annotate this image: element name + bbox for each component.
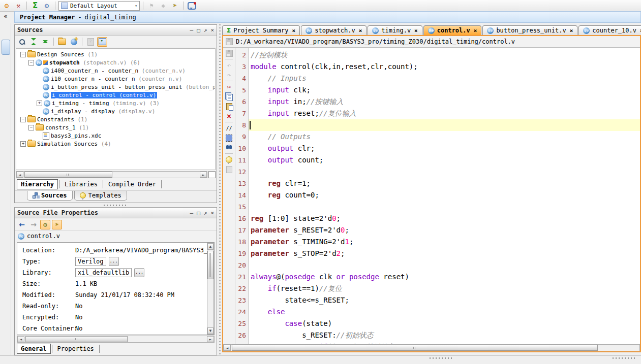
maximize-button[interactable]: □	[197, 27, 200, 33]
editor-tab-control-v[interactable]: control.v×	[423, 25, 482, 35]
scroll-right-icon[interactable]: ►	[207, 336, 214, 342]
vertical-splitter[interactable]	[217, 24, 222, 355]
code-line[interactable]: if(reset==1)//复位	[249, 283, 640, 294]
close-icon[interactable]: ×	[474, 27, 477, 34]
scroll-thumb[interactable]	[232, 345, 598, 351]
file-info-disabled-icon[interactable]: ?	[85, 37, 96, 46]
scroll-left-icon[interactable]: ◄	[224, 345, 231, 351]
bottom-splitter-strip[interactable]	[0, 355, 641, 364]
code-line[interactable]: parameter s_RESET=2'd0;	[249, 224, 640, 236]
tab-properties[interactable]: Properties	[53, 344, 98, 354]
code-line[interactable]: else	[249, 306, 640, 318]
browse-button[interactable]: ...	[109, 257, 119, 266]
forward-arrow-disabled-icon[interactable]: →	[28, 220, 39, 229]
code-line[interactable]: // Inputs	[249, 73, 640, 84]
tree-item[interactable]: i_control - control (control.v)	[16, 91, 215, 99]
scroll-left-icon[interactable]: ◄	[17, 336, 24, 342]
tree-item[interactable]: basys3_pins.xdc	[16, 131, 215, 140]
collapse-panel-button[interactable]: «	[1, 13, 10, 21]
stop-disabled-icon[interactable]: ◆	[158, 1, 168, 10]
tab-compile-order[interactable]: Compile Order	[104, 179, 160, 189]
tree-item[interactable]: +i_timing - timing (timing.v) (3)	[16, 99, 215, 107]
tree-item[interactable]: i10_counter_n - counter_n (counter_n.v)	[16, 75, 215, 83]
toggle-comment-icon[interactable]: //	[224, 124, 234, 133]
expand-all-icon[interactable]	[40, 37, 50, 46]
select-mode-selected-icon[interactable]: ➤	[52, 220, 62, 229]
lightbulb-icon[interactable]	[224, 155, 234, 164]
tree-item[interactable]: i400_counter_n - counter_n (counter_n.v)	[16, 67, 215, 75]
minimize-button[interactable]: –	[190, 210, 194, 216]
tree-item[interactable]: −constrs_1 (1)	[16, 123, 215, 131]
code-line[interactable]: module control(clk,in,reset,clr,count);	[249, 61, 640, 73]
collapse-icon[interactable]: −	[28, 125, 34, 130]
layout-combobox[interactable]: Default Layout▾	[58, 1, 140, 11]
code-line[interactable]	[249, 166, 640, 178]
code-line[interactable]	[249, 201, 640, 213]
close-icon[interactable]: ×	[414, 27, 418, 34]
collapse-all-icon[interactable]	[28, 37, 39, 46]
property-input[interactable]: Verilog	[75, 257, 106, 266]
minimized-panel-tab[interactable]	[2, 40, 10, 55]
code-line[interactable]: reg [1:0] state=2'd0;	[249, 213, 640, 224]
open-file-icon[interactable]	[57, 37, 67, 46]
add-sources-icon[interactable]	[69, 37, 79, 46]
tab-general[interactable]: General	[17, 344, 51, 354]
maximize-button[interactable]: □	[197, 210, 200, 216]
tree-item[interactable]: −stopwatch (stopwatch.v) (6)	[16, 58, 215, 67]
horizontal-splitter[interactable]	[14, 203, 217, 207]
tree-item[interactable]: i_display - display (display.v)	[16, 107, 215, 115]
scroll-thumb[interactable]	[24, 172, 112, 178]
corner-box-button[interactable]	[208, 171, 216, 178]
find-replace-icon[interactable]	[224, 143, 234, 152]
collapse-icon[interactable]: −	[28, 60, 34, 65]
close-icon[interactable]: ×	[570, 27, 573, 34]
tools-icon[interactable]: ⚒	[13, 1, 23, 10]
collapse-icon[interactable]: −	[20, 52, 26, 57]
collapse-icon[interactable]: −	[20, 117, 26, 122]
code-area[interactable]: //控制模块module control(clk,in,reset,clr,co…	[249, 48, 640, 344]
scroll-thumb[interactable]	[207, 251, 213, 279]
code-line[interactable]: state<=s_RESET;	[249, 294, 640, 306]
code-line[interactable]	[249, 259, 640, 271]
browse-button[interactable]: ...	[134, 268, 144, 277]
code-line[interactable]: input clk;	[249, 84, 640, 96]
column-select-icon[interactable]	[224, 134, 234, 142]
paste-icon[interactable]	[224, 102, 234, 111]
scroll-down-icon[interactable]: ▼	[207, 327, 213, 334]
editor-tab-button-press-unit-v[interactable]: button_press_unit.v×	[482, 25, 577, 35]
editor-tab-stopwatch-v[interactable]: stopwatch.v×	[301, 25, 367, 35]
code-line[interactable]: parameter s_TIMING=2'd1;	[249, 236, 640, 248]
close-icon[interactable]: ×	[292, 27, 296, 34]
search-icon[interactable]	[17, 37, 27, 46]
code-line[interactable]: reg count=0;	[249, 189, 640, 201]
code-line[interactable]: case(state)	[249, 318, 640, 329]
code-line[interactable]: // Outputs	[249, 131, 640, 143]
code-line[interactable]: if(in==1)//按键输入	[249, 341, 640, 344]
properties-vscrollbar[interactable]: ▲ ▼	[207, 243, 214, 335]
tree-item[interactable]: −Design Sources (1)	[16, 50, 215, 58]
scroll-thumb[interactable]	[25, 336, 128, 342]
editor-tab-counter-10-v[interactable]: counter_10.v×	[578, 25, 641, 35]
copy-icon[interactable]	[224, 92, 234, 101]
tree-item[interactable]: i_button_press_unit - button_press_unit …	[16, 83, 215, 91]
tree-item[interactable]: −Constraints (1)	[16, 115, 215, 123]
tab-libraries[interactable]: Libraries	[60, 179, 102, 189]
properties-hscrollbar[interactable]: ◄ ►	[17, 336, 215, 343]
close-icon[interactable]: ×	[359, 27, 362, 34]
select-cursor-icon[interactable]: ➤	[170, 1, 180, 10]
code-line[interactable]: always@(posedge clk or posedge reset)	[249, 271, 640, 283]
edit-properties-selected-icon[interactable]: ⚙	[40, 220, 50, 229]
float-button[interactable]: ↗	[204, 210, 207, 216]
sources-hscrollbar[interactable]: ◄ ►	[16, 171, 207, 178]
run-settings-gear-icon[interactable]: ⚙	[42, 1, 52, 10]
feedback-bubble-icon[interactable]	[187, 1, 197, 10]
back-arrow-icon[interactable]: ←	[17, 220, 27, 229]
close-button[interactable]: ×	[210, 210, 214, 216]
chevron-down-icon[interactable]: ▾	[135, 4, 137, 8]
property-input[interactable]: xil_defaultlib	[75, 268, 132, 277]
editor-tab-timing-v[interactable]: timing.v×	[368, 25, 422, 35]
code-line[interactable]: input in;//按键输入	[249, 96, 640, 108]
scroll-up-icon[interactable]: ▲	[207, 243, 213, 250]
expand-icon[interactable]: +	[37, 101, 42, 106]
code-line[interactable]: output count;	[249, 154, 640, 166]
